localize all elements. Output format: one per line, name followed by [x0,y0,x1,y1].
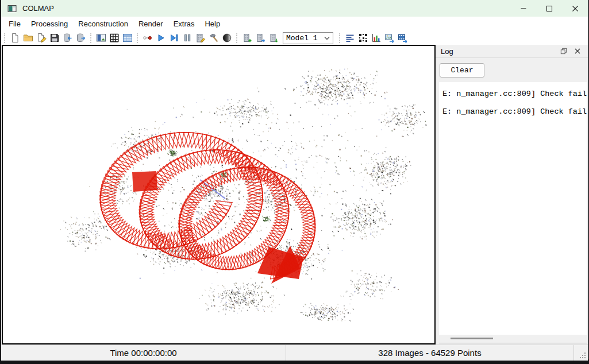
import-model-button[interactable] [61,32,74,44]
minimize-icon [520,5,527,12]
toolbar-handle[interactable] [90,33,91,43]
database-management-icon [122,33,133,43]
model-import-icon [268,33,279,43]
model-selector[interactable]: Model 1 [283,32,333,44]
toolbar-handle[interactable] [4,33,5,43]
edit-project-button[interactable] [34,32,48,44]
float-icon [560,48,567,55]
window-title: COLMAP [22,4,54,13]
automatic-reconstruction-button[interactable] [141,32,154,44]
toolbar: Model 1 [1,31,588,45]
viewport-canvas[interactable] [3,46,434,343]
bundle-adjustment-icon [195,33,206,43]
log-entry: E: n_manager.cc:809] Check failed [442,103,587,121]
pause-reconstruction-icon [182,33,193,43]
resume-reconstruction-icon [169,33,179,43]
automatic-reconstruction-icon [143,33,153,43]
status-model-stats: 328 Images - 64529 Points [378,348,481,358]
close-icon [575,48,580,54]
new-project-button[interactable] [8,32,21,44]
model-viewport[interactable] [2,45,436,344]
pause-reconstruction-button[interactable] [180,32,194,44]
menu-bar: File Processing Reconstruction Render Ex… [1,17,588,31]
edit-project-icon [36,33,47,43]
export-model-button[interactable] [74,32,87,44]
log-horizontal-scrollbar[interactable] [439,335,587,343]
dense-reconstruction-button[interactable] [207,32,220,44]
minimize-button[interactable] [510,0,536,17]
scrollbar-thumb[interactable] [451,338,493,339]
status-time-cell: Time 00:00:00:00 [1,345,286,361]
menu-extras[interactable]: Extras [168,18,200,30]
resize-grip[interactable] [574,345,588,361]
feature-matching-icon [109,33,120,43]
grab-image-button[interactable] [383,32,396,44]
status-bar: Time 00:00:00:00 328 Images - 64529 Poin… [1,344,588,361]
resize-grip-icon [580,353,586,359]
title-bar: COLMAP [1,0,588,17]
dense-reconstruction-icon [209,33,219,43]
model-add-icon [242,33,252,43]
grab-image-icon [384,33,395,43]
match-matrix-button[interactable] [356,32,369,44]
log-output: E: n_manager.cc:809] Check failed E: n_m… [439,82,587,335]
toolbar-handle[interactable] [236,33,237,43]
status-time: Time 00:00:00:00 [110,348,176,358]
menu-processing[interactable]: Processing [26,18,73,30]
model-add-button[interactable] [240,32,253,44]
match-matrix-icon [358,33,368,43]
status-stats-cell: 328 Images - 64529 Points [286,345,574,361]
model-export-icon [255,33,265,43]
statistics-button[interactable] [369,32,383,44]
menu-render[interactable]: Render [133,18,168,30]
log-float-button[interactable] [559,46,569,56]
log-clear-button[interactable]: Clear [440,63,484,78]
start-reconstruction-icon [156,33,166,43]
grab-movie-button[interactable] [396,32,409,44]
log-toggle-icon [345,33,355,43]
log-panel-header: Log [436,45,588,58]
model-import-button[interactable] [267,32,280,44]
menu-file[interactable]: File [3,18,26,30]
model-export-button[interactable] [253,32,267,44]
open-project-icon [23,33,33,43]
log-panel-title: Log [441,47,453,56]
log-entry: E: n_manager.cc:809] Check failed [442,85,587,103]
new-project-icon [10,33,20,43]
chevron-down-icon [324,36,330,40]
save-project-icon [49,33,60,43]
app-icon [7,4,17,13]
bundle-adjustment-button[interactable] [194,32,207,44]
log-panel: Log Clear E: n_manager.cc:809] Check fai… [436,45,588,344]
log-toggle-button[interactable] [343,32,356,44]
open-project-button[interactable] [21,32,34,44]
render-options-icon [222,33,232,43]
save-project-button[interactable] [48,32,61,44]
feature-extraction-icon [96,33,106,43]
maximize-icon [546,5,553,12]
toolbar-handle[interactable] [339,33,340,43]
feature-matching-button[interactable] [107,32,121,44]
main-area: Log Clear E: n_manager.cc:809] Check fai… [1,45,588,344]
export-model-icon [76,33,86,43]
maximize-button[interactable] [536,0,562,17]
grab-movie-icon [398,33,408,43]
close-icon [572,5,579,12]
colmap-window: COLMAP File Processing Reconstruction Re… [1,0,588,361]
statistics-icon [371,33,382,43]
close-button[interactable] [562,0,588,17]
start-reconstruction-button[interactable] [154,32,167,44]
toolbar-handle[interactable] [137,33,138,43]
feature-extraction-button[interactable] [94,32,107,44]
render-options-button[interactable] [220,32,233,44]
menu-reconstruction[interactable]: Reconstruction [73,18,133,30]
model-selector-value: Model 1 [286,34,324,42]
import-model-icon [63,33,73,43]
resume-reconstruction-button[interactable] [167,32,180,44]
menu-help[interactable]: Help [199,18,225,30]
database-management-button[interactable] [121,32,134,44]
log-close-button[interactable] [572,46,583,56]
